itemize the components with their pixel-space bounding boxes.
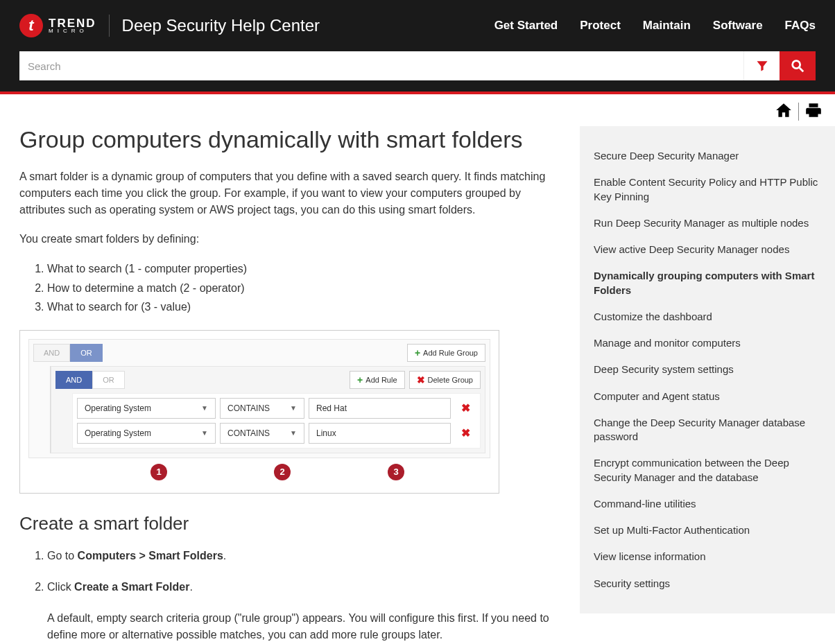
add-rule-button[interactable]: + Add Rule — [350, 371, 404, 389]
home-button[interactable] — [775, 101, 793, 122]
delete-rule-button[interactable]: ✖ — [455, 423, 476, 444]
chevron-down-icon: ▼ — [201, 404, 208, 412]
sidebar-item-active[interactable]: Dynamically grouping computers with Smar… — [594, 263, 821, 304]
brand-logo[interactable]: t TREND MICRO — [19, 14, 96, 37]
sidebar-item[interactable]: Run Deep Security Manager as multiple no… — [594, 210, 821, 236]
sidebar-item[interactable]: Computer and Agent status — [594, 383, 821, 410]
main-layout: Group computers dynamically with smart f… — [0, 122, 835, 644]
step-1-suffix: . — [223, 550, 226, 562]
plus-icon: + — [415, 348, 420, 358]
print-button[interactable] — [804, 101, 823, 122]
rule-row: Operating System▼ CONTAINS▼ Linux ✖ — [77, 423, 476, 444]
step-1-prefix: Go to — [47, 550, 78, 562]
sidebar-item[interactable]: Secure Deep Security Manager — [594, 143, 821, 169]
print-icon — [804, 101, 823, 119]
rule-operator-value: CONTAINS — [227, 428, 270, 438]
steps-list: Go to Computers > Smart Folders. Click C… — [19, 547, 559, 643]
define-list: What to search (1 - computer properties)… — [19, 260, 559, 316]
callout-3: 3 — [388, 464, 404, 480]
delete-rule-button[interactable]: ✖ — [455, 398, 476, 419]
plus-icon: + — [357, 375, 363, 385]
sidebar-nav: Secure Deep Security Manager Enable Cont… — [580, 126, 835, 613]
inner-or-button[interactable]: OR — [92, 371, 125, 389]
home-icon — [775, 101, 793, 119]
define-item-2: How to determine a match (2 - operator) — [47, 279, 559, 297]
step-2: Click Create a Smart Folder. A default, … — [47, 578, 559, 643]
callout-2: 2 — [274, 464, 291, 480]
filter-icon — [755, 59, 769, 73]
utility-separator — [798, 103, 799, 121]
nav-software[interactable]: Software — [713, 19, 763, 33]
rule-field-select[interactable]: Operating System▼ — [77, 398, 216, 419]
site-title[interactable]: Deep Security Help Center — [122, 16, 320, 35]
define-item-3: What to search for (3 - value) — [47, 298, 559, 316]
chevron-down-icon: ▼ — [201, 429, 208, 437]
nav-protect[interactable]: Protect — [580, 19, 621, 33]
rule-operator-select[interactable]: CONTAINS▼ — [220, 423, 304, 444]
brand-logo-icon: t — [19, 14, 43, 37]
delete-group-label: Delete Group — [428, 376, 473, 384]
brand-logo-text: TREND MICRO — [49, 18, 96, 33]
sidebar-item[interactable]: Deep Security system settings — [594, 356, 821, 383]
sidebar-item[interactable]: Customize the dashboard — [594, 304, 821, 330]
chevron-down-icon: ▼ — [290, 404, 297, 412]
sidebar-item[interactable]: Enable Content Security Policy and HTTP … — [594, 169, 821, 210]
step-1-bold: Computers > Smart Folders — [78, 550, 223, 562]
inner-group-actions: + Add Rule ✖ Delete Group — [350, 371, 481, 389]
close-icon: ✖ — [461, 426, 470, 440]
rule-row: Operating System▼ CONTAINS▼ Red Hat ✖ — [77, 398, 476, 419]
nav-get-started[interactable]: Get Started — [494, 19, 558, 33]
rules-area: Operating System▼ CONTAINS▼ Red Hat ✖ Op… — [72, 393, 481, 449]
add-rule-label: Add Rule — [365, 376, 397, 384]
content-area: Group computers dynamically with smart f… — [19, 126, 559, 644]
rule-field-value: Operating System — [85, 428, 151, 438]
rule-value-input[interactable]: Red Hat — [309, 398, 451, 419]
sidebar-item[interactable]: Encrypt communication between the Deep S… — [594, 450, 821, 491]
sidebar-item[interactable]: Set up Multi-Factor Authentication — [594, 517, 821, 543]
page-title: Group computers dynamically with smart f… — [19, 126, 559, 153]
svg-point-0 — [793, 61, 800, 69]
outer-rule-group: AND OR + Add Rule Group AND OR — [28, 339, 490, 458]
outer-and-button[interactable]: AND — [33, 344, 70, 362]
search-button[interactable] — [780, 51, 816, 80]
inner-block: AND OR + Add Rule ✖ Delete Grou — [50, 366, 485, 453]
nav-maintain[interactable]: Maintain — [643, 19, 691, 33]
sidebar-item[interactable]: Manage and monitor computers — [594, 330, 821, 356]
search-input[interactable] — [19, 51, 743, 80]
step-1: Go to Computers > Smart Folders. — [47, 547, 559, 565]
nav-faqs[interactable]: FAQs — [785, 19, 816, 33]
sidebar-item[interactable]: View license information — [594, 543, 821, 570]
brand-separator — [109, 15, 110, 37]
topbar-row: t TREND MICRO Deep Security Help Center … — [19, 8, 816, 43]
search-icon — [790, 58, 805, 73]
rule-operator-select[interactable]: CONTAINS▼ — [220, 398, 304, 419]
rule-value-input[interactable]: Linux — [309, 423, 451, 444]
brand-bottom: MICRO — [49, 28, 96, 33]
sidebar-item[interactable]: Change the Deep Security Manager databas… — [594, 410, 821, 451]
rule-field-select[interactable]: Operating System▼ — [77, 423, 216, 444]
rule-builder-figure: AND OR + Add Rule Group AND OR — [19, 330, 499, 494]
topbar: t TREND MICRO Deep Security Help Center … — [0, 0, 835, 92]
inner-rule-group: AND OR + Add Rule ✖ Delete Grou — [51, 366, 485, 453]
primary-nav: Get Started Protect Maintain Software FA… — [494, 19, 816, 33]
delete-group-button[interactable]: ✖ Delete Group — [409, 371, 481, 389]
utility-row — [0, 94, 835, 122]
inner-and-button[interactable]: AND — [55, 371, 92, 389]
add-rule-group-button[interactable]: + Add Rule Group — [407, 344, 485, 362]
brand-area: t TREND MICRO Deep Security Help Center — [19, 14, 320, 37]
search-filter-button[interactable] — [743, 51, 780, 80]
outer-logic-toggle: AND OR — [33, 344, 103, 362]
sidebar-item[interactable]: Security settings — [594, 571, 821, 597]
define-lead: You create smart folders by defining: — [19, 231, 559, 247]
chevron-down-icon: ▼ — [290, 429, 297, 437]
intro-paragraph: A smart folder is a dynamic group of com… — [19, 168, 559, 218]
sidebar-item[interactable]: View active Deep Security Manager nodes — [594, 236, 821, 263]
close-icon: ✖ — [417, 375, 425, 385]
step-2-bold: Create a Smart Folder — [74, 581, 189, 593]
outer-or-button[interactable]: OR — [70, 344, 103, 362]
define-item-1: What to search (1 - computer properties) — [47, 260, 559, 278]
add-rule-group-label: Add Rule Group — [423, 349, 478, 357]
step-2-prefix: Click — [47, 581, 74, 593]
sidebar-item[interactable]: Command-line utilities — [594, 491, 821, 517]
callout-bubbles: 1 2 3 — [28, 464, 490, 485]
